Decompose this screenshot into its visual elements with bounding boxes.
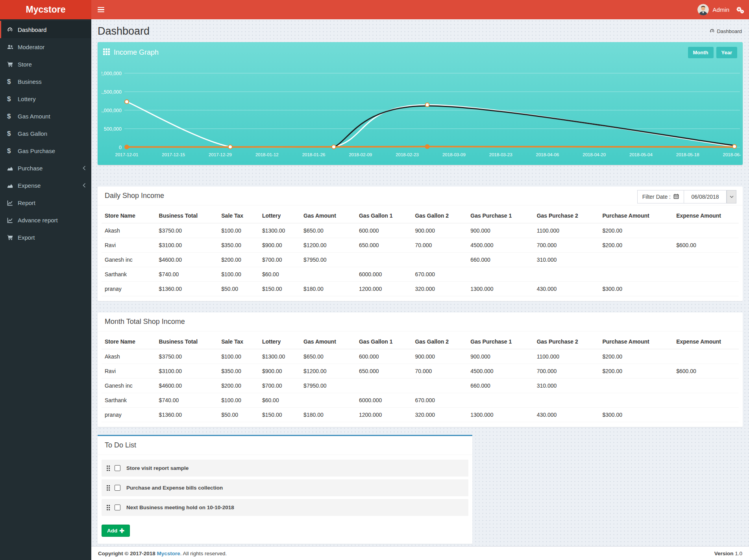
drag-handle-icon[interactable] [107,485,110,491]
table-cell: 4500.000 [467,238,533,253]
table-cell: $740.00 [156,267,218,282]
sidebar-toggle-button[interactable] [91,0,110,19]
chevron-down-icon[interactable] [727,190,736,203]
sidebar-item-lottery[interactable]: $Lottery [0,90,91,107]
table-cell: $100.00 [218,267,259,282]
income-graph-title: Income Graph [114,48,159,57]
month-button[interactable]: Month [688,47,714,58]
year-button[interactable]: Year [716,47,737,58]
todo-item[interactable]: Next Business meeting hold on 10-10-2018 [102,499,468,516]
footer: Copyright © 2017-2018 Mycstore. All righ… [91,546,749,560]
sidebar-item-store[interactable]: Store [0,55,91,73]
filter-date-select[interactable]: 06/08/2018 [684,190,727,203]
sidebar-item-purchase[interactable]: Purchase [0,159,91,177]
table-row: Ganesh inc$4600.00$200.00$700.00$7950.00… [102,379,739,393]
data-point-marker [425,103,429,107]
table-cell: 6000.000 [356,393,412,408]
sidebar-item-report[interactable]: Report [0,194,91,211]
todo-checkbox[interactable] [115,505,120,510]
table-cell: 660.000 [467,253,533,267]
sidebar-item-label: Dashboard [18,26,46,33]
data-point-marker [332,145,336,149]
table-cell: 900.000 [412,223,467,238]
area-chart-icon [7,165,18,171]
table-cell: $60.00 [259,393,300,408]
table-cell: 1200.000 [356,408,412,422]
table-cell [673,282,739,296]
table-cell: 310.000 [534,253,599,267]
table-cell: 700.000 [534,364,599,379]
drag-handle-icon[interactable] [107,466,110,471]
table-cell [673,349,739,364]
table-cell: 670.000 [412,393,467,408]
sidebar-item-gas-amount[interactable]: $Gas Amount [0,107,91,125]
column-header: Gas Gallon 1 [356,335,412,349]
todo-title: To Do List [105,441,465,449]
column-header: Gas Gallon 1 [356,209,412,223]
data-point-marker [425,145,429,149]
table-row: Akash$3750.00$100.00$1300.00$650.00600.0… [102,349,739,364]
top-navbar: Mycstore Admin [0,0,749,19]
table-cell: $740.00 [156,393,218,408]
calendar-icon [673,194,679,200]
breadcrumb[interactable]: Dashboard [710,28,742,35]
column-header: Sale Tax [218,209,259,223]
table-cell: $50.00 [218,282,259,296]
sidebar-item-business[interactable]: $Business [0,73,91,90]
todo-checkbox[interactable] [115,465,120,471]
table-cell: $100.00 [218,223,259,238]
sidebar-item-gas-purchase[interactable]: $Gas Purchase [0,142,91,159]
table-cell: 700.000 [534,238,599,253]
users-icon [7,44,18,50]
svg-text:1,500,000: 1,500,000 [102,89,122,95]
brand-logo[interactable]: Mycstore [0,0,91,19]
plus-icon: ✚ [119,528,124,534]
income-line-black [334,106,734,147]
table-cell: 650.000 [356,238,412,253]
sidebar-item-advance-report[interactable]: Advance report [0,211,91,229]
svg-text:2018-02-09: 2018-02-09 [349,152,372,157]
sidebar-item-moderator[interactable]: Moderator [0,38,91,55]
column-header: Lottery [259,335,300,349]
add-todo-button[interactable]: Add ✚ [102,525,130,537]
chevron-left-icon [83,183,86,188]
table-cell: $600.00 [673,238,739,253]
table-cell: Ravi [102,364,156,379]
income-graph-panel: Income Graph Month Year 0500,0001,000,00… [98,42,743,165]
todo-item[interactable]: Store visit report sample [102,460,468,477]
svg-text:2017-12-29: 2017-12-29 [209,152,232,157]
footer-brand-link[interactable]: Mycstore [157,551,180,556]
column-header: Gas Amount [300,335,356,349]
table-cell: $350.00 [218,238,259,253]
table-cell: 70.000 [412,364,467,379]
todo-checkbox[interactable] [115,485,120,491]
version-text: Version 1.0 [714,551,742,556]
column-header: Gas Amount [300,209,356,223]
sidebar-item-expense[interactable]: Expense [0,177,91,194]
table-cell: 6000.000 [356,267,412,282]
table-cell: 1300.000 [467,282,533,296]
table-cell: 900.000 [467,223,533,238]
column-header: Gas Purchase 2 [534,335,599,349]
table-row: Ganesh inc$4600.00$200.00$700.00$7950.00… [102,253,739,267]
user-name: Admin [712,6,729,13]
sidebar-item-gas-gallon[interactable]: $Gas Gallon [0,125,91,142]
table-row: Akash$3750.00$100.00$1300.00$650.00600.0… [102,223,739,238]
table-cell: $200.00 [599,349,673,364]
column-header: Lottery [259,209,300,223]
table-cell [673,267,739,282]
dashboard-icon [7,27,18,33]
chevron-left-icon [83,166,86,170]
user-menu[interactable]: Admin [697,4,729,15]
sidebar-item-label: Gas Gallon [18,130,47,137]
area-chart-icon [7,183,18,189]
table-cell: 1300.000 [467,408,533,422]
sidebar-item-dashboard[interactable]: Dashboard [0,21,91,38]
table-cell [599,379,673,393]
settings-cogs-icon[interactable] [736,6,744,14]
table-cell: $350.00 [218,364,259,379]
table-cell: pranay [102,408,156,422]
todo-item[interactable]: Purchase and Expense bills collection [102,479,468,496]
drag-handle-icon[interactable] [107,505,110,510]
sidebar-item-export[interactable]: Export [0,229,91,246]
